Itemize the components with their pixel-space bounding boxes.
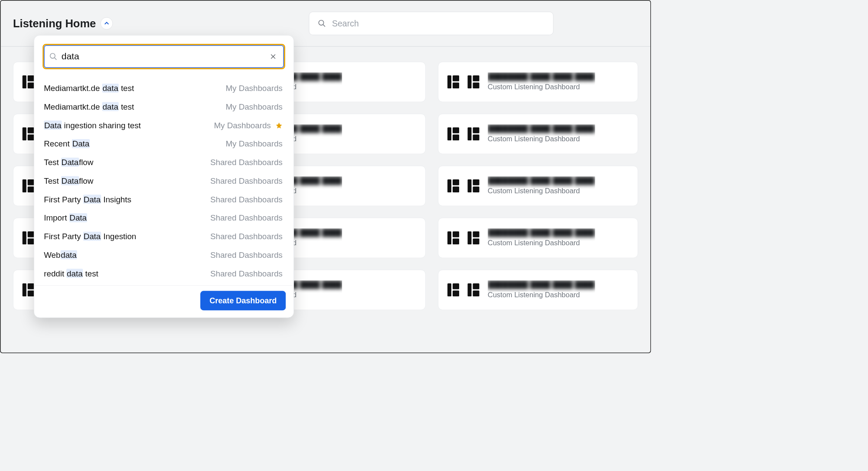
svg-point-0 <box>319 20 323 25</box>
app-window: Listening Home <box>0 0 651 353</box>
clear-icon[interactable] <box>270 53 277 60</box>
dropdown-result-name: Recent Data <box>44 139 90 149</box>
dropdown-result-row[interactable]: Test DataflowShared Dashboards <box>34 153 294 172</box>
dashboard-card-title: ████████ ████ ████ ████ <box>488 228 595 237</box>
dropdown-result-name: Mediamartkt.de data test <box>44 102 134 112</box>
dropdown-result-name: Mediamartkt.de data test <box>44 84 134 93</box>
dropdown-results-list: Mediamartkt.de data testMy DashboardsMed… <box>34 73 294 286</box>
dropdown-search-highlight <box>42 44 285 69</box>
collapse-toggle-button[interactable] <box>101 17 113 30</box>
dashboard-icon <box>447 179 460 192</box>
dashboard-icon <box>447 231 460 244</box>
dashboard-card[interactable]: ████████ ████ ████ ████Custom Listening … <box>438 218 638 258</box>
dashboard-card-subtitle: Custom Listening Dashboard <box>488 83 595 91</box>
dashboard-column: ████████ ████ ████ ████Custom Listening … <box>438 62 638 310</box>
dropdown-result-category: My Dashboards <box>214 120 271 130</box>
dashboard-card[interactable]: ████████ ████ ████ ████Custom Listening … <box>438 270 638 310</box>
dropdown-result-category: My Dashboards <box>225 139 282 149</box>
dropdown-result-name: First Party Data Insights <box>44 195 131 204</box>
search-dropdown-panel: Mediamartkt.de data testMy DashboardsMed… <box>34 35 294 318</box>
dropdown-result-name: reddit data test <box>44 269 98 278</box>
star-icon <box>275 122 283 129</box>
dropdown-result-category: Shared Dashboards <box>210 232 283 241</box>
dropdown-result-row[interactable]: First Party Data IngestionShared Dashboa… <box>34 227 294 246</box>
dropdown-result-row[interactable]: Test DataflowShared Dashboards <box>34 172 294 190</box>
dashboard-icon <box>447 75 460 88</box>
page-title: Listening Home <box>13 17 96 29</box>
global-search-field[interactable] <box>309 12 554 35</box>
dropdown-search-wrap <box>34 36 294 73</box>
dashboard-icon <box>467 283 480 296</box>
dashboard-card-title: ████████ ████ ████ ████ <box>488 280 595 289</box>
search-icon <box>318 19 326 28</box>
dashboard-icon <box>467 231 480 244</box>
dropdown-result-name: Test Dataflow <box>44 158 93 167</box>
dropdown-result-category: Shared Dashboards <box>210 158 283 167</box>
dropdown-result-name: First Party Data Ingestion <box>44 232 136 241</box>
search-icon <box>49 52 58 61</box>
dashboard-card-title: ████████ ████ ████ ████ <box>488 72 595 81</box>
dropdown-result-name: Import Data <box>44 213 87 223</box>
dashboard-card[interactable]: ████████ ████ ████ ████Custom Listening … <box>438 114 638 154</box>
dropdown-result-category: Shared Dashboards <box>210 269 283 278</box>
dashboard-icon <box>447 283 460 296</box>
dropdown-result-row[interactable]: WebdataShared Dashboards <box>34 246 294 264</box>
dashboard-icon <box>467 75 480 88</box>
dashboard-icon <box>467 179 480 192</box>
dropdown-result-row[interactable]: Mediamartkt.de data testMy Dashboards <box>34 97 294 116</box>
dropdown-result-category: My Dashboards <box>225 102 282 112</box>
dropdown-search-field[interactable] <box>44 45 284 68</box>
dropdown-result-category: Shared Dashboards <box>210 176 283 186</box>
svg-line-1 <box>323 25 325 26</box>
dropdown-result-category: Shared Dashboards <box>210 195 283 204</box>
dropdown-result-category: Shared Dashboards <box>210 213 283 223</box>
dashboard-icon <box>447 127 460 140</box>
dashboard-card-title: ████████ ████ ████ ████ <box>488 176 595 185</box>
create-dashboard-button[interactable]: Create Dashboard <box>200 291 286 310</box>
dropdown-result-row[interactable]: Mediamartkt.de data testMy Dashboards <box>34 79 294 97</box>
dropdown-result-row[interactable]: reddit data testShared Dashboards <box>34 264 294 283</box>
svg-line-3 <box>55 58 56 59</box>
dashboard-card-title: ████████ ████ ████ ████ <box>488 124 595 133</box>
dropdown-result-row[interactable]: Recent DataMy Dashboards <box>34 135 294 153</box>
dashboard-card[interactable]: ████████ ████ ████ ████Custom Listening … <box>438 166 638 206</box>
dropdown-result-name: Test Dataflow <box>44 176 93 186</box>
global-search-input[interactable] <box>332 18 545 28</box>
dashboard-card-subtitle: Custom Listening Dashboard <box>488 291 595 299</box>
svg-point-2 <box>50 53 55 58</box>
dashboard-card[interactable]: ████████ ████ ████ ████Custom Listening … <box>438 62 638 102</box>
dashboard-icon <box>467 127 480 140</box>
chevron-up-icon <box>104 20 110 27</box>
dropdown-result-name: Webdata <box>44 250 77 260</box>
dropdown-result-category: Shared Dashboards <box>210 250 283 260</box>
dropdown-footer: Create Dashboard <box>34 286 294 318</box>
dropdown-search-input[interactable] <box>62 52 270 62</box>
dropdown-result-row[interactable]: First Party Data InsightsShared Dashboar… <box>34 190 294 209</box>
dashboard-card-subtitle: Custom Listening Dashboard <box>488 187 595 195</box>
dropdown-result-row[interactable]: Import DataShared Dashboards <box>34 209 294 227</box>
dashboard-card-subtitle: Custom Listening Dashboard <box>488 135 595 143</box>
dashboard-card-subtitle: Custom Listening Dashboard <box>488 239 595 247</box>
dropdown-result-category: My Dashboards <box>225 84 282 93</box>
dropdown-result-name: Data ingestion sharing test <box>44 120 141 130</box>
dropdown-result-row[interactable]: Data ingestion sharing testMy Dashboards <box>34 116 294 135</box>
